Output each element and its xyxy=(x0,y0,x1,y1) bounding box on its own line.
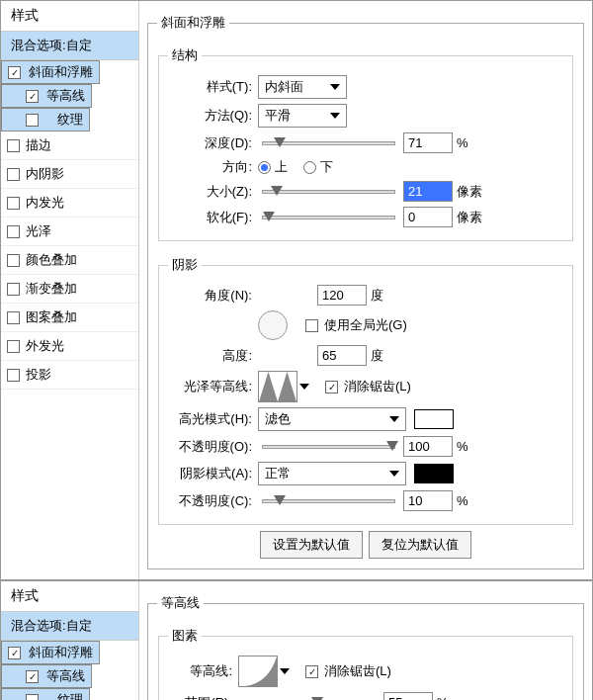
depth-input[interactable]: 71 xyxy=(403,132,453,153)
shadow-color-swatch[interactable] xyxy=(414,464,454,483)
styles-sidebar: 样式 混合选项:自定 斜面和浮雕等高线纹理描边内阴影内发光光泽颜色叠加渐变叠加图… xyxy=(1,1,139,579)
sidebar-item[interactable]: 斜面和浮雕 xyxy=(1,60,100,84)
style-checkbox[interactable] xyxy=(26,694,39,701)
sidebar-item-label: 内发光 xyxy=(26,194,64,212)
chevron-down-icon[interactable] xyxy=(299,384,309,390)
chevron-down-icon xyxy=(389,416,399,422)
altitude-label: 高度: xyxy=(169,347,258,365)
style-checkbox[interactable] xyxy=(7,283,20,296)
style-select[interactable]: 内斜面 xyxy=(258,75,347,99)
main-title: 等高线 xyxy=(157,594,204,612)
pixel-unit: 像素 xyxy=(457,183,482,201)
size-slider[interactable] xyxy=(262,190,395,194)
highlight-opacity-input[interactable]: 100 xyxy=(403,436,453,457)
sidebar-item[interactable]: 内发光 xyxy=(1,189,138,218)
sidebar-item-label: 光泽 xyxy=(26,222,51,240)
direction-up-radio[interactable] xyxy=(258,161,271,174)
style-checkbox[interactable] xyxy=(26,114,39,127)
altitude-input[interactable]: 65 xyxy=(317,345,367,366)
styles-header: 样式 xyxy=(1,581,138,612)
sidebar-item[interactable]: 纹理 xyxy=(1,108,90,131)
style-checkbox[interactable] xyxy=(26,90,39,103)
sidebar-item[interactable]: 渐变叠加 xyxy=(1,275,138,304)
chevron-down-icon xyxy=(389,471,399,477)
size-label: 大小(Z): xyxy=(169,183,258,201)
contour-picker[interactable] xyxy=(238,656,278,687)
blend-options-header[interactable]: 混合选项:自定 xyxy=(1,32,138,60)
sidebar-item[interactable]: 内阴影 xyxy=(1,160,138,189)
style-checkbox[interactable] xyxy=(7,168,20,181)
sidebar-item-label: 描边 xyxy=(26,136,51,154)
method-select[interactable]: 平滑 xyxy=(258,104,347,128)
depth-slider[interactable] xyxy=(262,141,395,145)
percent-unit: % xyxy=(457,493,468,508)
angle-dial[interactable] xyxy=(258,310,288,340)
angle-input[interactable]: 120 xyxy=(317,285,367,306)
antialias-label: 消除锯齿(L) xyxy=(344,378,411,395)
sidebar-item[interactable]: 颜色叠加 xyxy=(1,246,138,275)
sidebar-item[interactable]: 等高线 xyxy=(1,84,92,108)
gloss-contour-picker[interactable] xyxy=(258,371,297,402)
antialias-checkbox[interactable] xyxy=(305,665,318,678)
style-checkbox[interactable] xyxy=(7,225,20,238)
sidebar-item-label: 纹理 xyxy=(57,691,83,700)
elements-title: 图素 xyxy=(168,627,202,645)
antialias-label: 消除锯齿(L) xyxy=(324,662,391,680)
make-default-button[interactable]: 设置为默认值 xyxy=(260,531,363,559)
main-title: 斜面和浮雕 xyxy=(157,14,229,32)
style-checkbox[interactable] xyxy=(7,311,20,324)
blend-options-header[interactable]: 混合选项:自定 xyxy=(1,612,138,641)
global-light-label: 使用全局光(G) xyxy=(324,316,407,334)
shadow-mode-label: 阴影模式(A): xyxy=(169,465,258,482)
shading-title: 阴影 xyxy=(168,256,202,274)
sidebar-item[interactable]: 光泽 xyxy=(1,218,138,246)
sidebar-item[interactable]: 图案叠加 xyxy=(1,304,138,332)
shadow-opacity-slider[interactable] xyxy=(262,499,395,503)
sidebar-item[interactable]: 外发光 xyxy=(1,332,138,361)
style-checkbox[interactable] xyxy=(8,647,21,659)
sidebar-item-label: 颜色叠加 xyxy=(26,251,77,269)
sidebar-item[interactable]: 斜面和浮雕 xyxy=(1,641,100,664)
highlight-color-swatch[interactable] xyxy=(414,409,454,429)
highlight-opacity-slider[interactable] xyxy=(262,445,395,449)
soften-slider[interactable] xyxy=(262,216,395,219)
sidebar-item-label: 图案叠加 xyxy=(26,308,77,326)
sidebar-item[interactable]: 描边 xyxy=(1,131,138,160)
percent-unit: % xyxy=(457,439,468,454)
method-label: 方法(Q): xyxy=(169,107,258,125)
sidebar-item[interactable]: 投影 xyxy=(1,361,138,390)
contour-main: 等高线 图素 等高线: 消除锯齿(L) 范围(R): 55 % xyxy=(139,581,592,700)
global-light-checkbox[interactable] xyxy=(305,319,318,332)
chevron-down-icon xyxy=(330,84,340,90)
degree-unit: 度 xyxy=(371,347,383,365)
style-checkbox[interactable] xyxy=(7,197,20,210)
sidebar-item[interactable]: 等高线 xyxy=(1,664,92,688)
sidebar-item[interactable]: 纹理 xyxy=(1,688,90,700)
style-checkbox[interactable] xyxy=(26,670,39,683)
direction-up-label: 上 xyxy=(275,158,288,176)
styles-sidebar: 样式 混合选项:自定 斜面和浮雕等高线纹理 xyxy=(1,581,139,700)
percent-unit: % xyxy=(457,135,468,150)
angle-label: 角度(N): xyxy=(169,287,258,305)
direction-down-label: 下 xyxy=(320,158,333,176)
shadow-mode-select[interactable]: 正常 xyxy=(258,462,406,485)
style-checkbox[interactable] xyxy=(7,254,20,267)
range-input[interactable]: 55 xyxy=(383,692,433,700)
size-input[interactable]: 21 xyxy=(403,181,453,202)
style-checkbox[interactable] xyxy=(8,66,21,79)
sidebar-item-label: 斜面和浮雕 xyxy=(29,644,93,661)
shadow-opacity-label: 不透明度(C): xyxy=(169,492,258,510)
reset-default-button[interactable]: 复位为默认值 xyxy=(369,531,471,559)
antialias-checkbox[interactable] xyxy=(325,381,338,394)
sidebar-item-label: 投影 xyxy=(26,366,51,384)
structure-title: 结构 xyxy=(168,46,202,64)
chevron-down-icon[interactable] xyxy=(280,668,290,674)
highlight-mode-select[interactable]: 滤色 xyxy=(258,407,406,431)
shadow-opacity-input[interactable]: 10 xyxy=(403,490,453,511)
style-checkbox[interactable] xyxy=(7,369,20,382)
soften-input[interactable]: 0 xyxy=(403,207,453,227)
style-checkbox[interactable] xyxy=(7,340,20,353)
direction-down-radio[interactable] xyxy=(303,161,316,174)
chevron-down-icon xyxy=(330,113,340,119)
style-checkbox[interactable] xyxy=(7,139,20,152)
